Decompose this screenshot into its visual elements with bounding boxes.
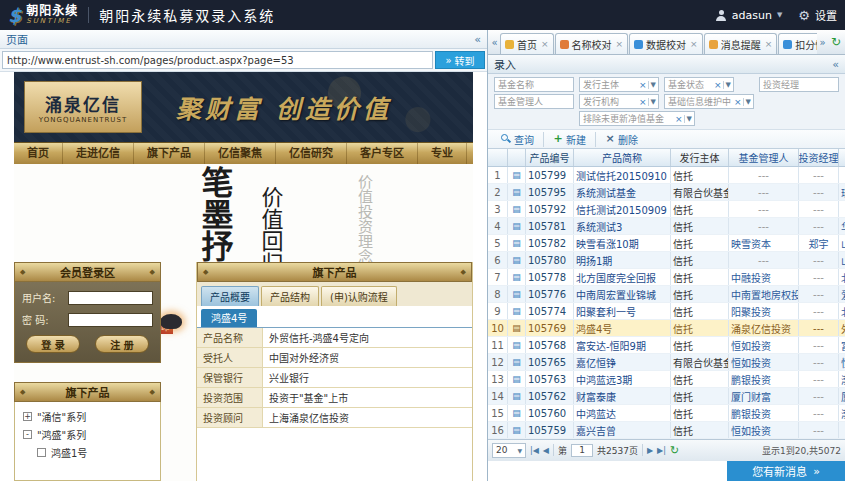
tab[interactable]: 数据校对 × xyxy=(629,33,703,54)
site-register-button[interactable]: 注 册 xyxy=(95,335,149,353)
clear-icon[interactable]: × xyxy=(675,114,683,124)
filter-field[interactable]: 排除未更新净值基金 × ▼ xyxy=(579,111,695,126)
col-header[interactable]: 产品编号 xyxy=(526,149,574,166)
grid-row[interactable]: 7 ▤ 105778 北方国度完全回报 信托 中融投资 --- 北方 xyxy=(488,269,845,286)
tab-close-icon[interactable]: × xyxy=(690,39,698,49)
dropdown-arrow-icon[interactable]: ▼ xyxy=(723,81,731,89)
tab[interactable]: 扣分情况统计 × xyxy=(778,33,817,54)
col-header[interactable]: 发行 xyxy=(839,149,845,166)
last-page-button[interactable]: ▶| xyxy=(657,446,666,455)
edit-row-icon[interactable]: ▤ xyxy=(508,320,526,336)
edit-row-icon[interactable]: ▤ xyxy=(508,269,526,285)
edit-row-icon[interactable]: ▤ xyxy=(508,371,526,387)
product-tab[interactable]: 产品结构 xyxy=(261,286,319,306)
go-button[interactable]: » 转到 xyxy=(435,51,485,69)
edit-row-icon[interactable]: ▤ xyxy=(508,167,526,183)
clear-icon[interactable]: × xyxy=(639,80,647,90)
product-tab[interactable]: (申)认购流程 xyxy=(321,286,397,306)
clear-icon[interactable]: × xyxy=(714,80,722,90)
edit-row-icon[interactable]: ▤ xyxy=(508,201,526,217)
site-nav-item[interactable]: 首页 xyxy=(14,143,63,164)
action-button[interactable]: 查询 xyxy=(492,132,543,147)
action-button[interactable]: 新建 xyxy=(543,132,595,147)
edit-row-icon[interactable]: ▤ xyxy=(508,218,526,234)
edit-row-icon[interactable]: ▤ xyxy=(508,422,526,438)
clear-icon[interactable]: × xyxy=(639,97,647,107)
site-nav-item[interactable]: 客户专区 xyxy=(347,143,418,164)
edit-row-icon[interactable]: ▤ xyxy=(508,388,526,404)
grid-row[interactable]: 9 ▤ 105774 阳聚套利一号 信托 阳聚投资 --- 北方 xyxy=(488,303,845,320)
collapse-left-panel-icon[interactable]: « xyxy=(474,33,481,46)
col-header[interactable]: 发行主体 xyxy=(671,149,729,166)
edit-row-icon[interactable]: ▤ xyxy=(508,252,526,268)
grid-row[interactable]: 14 ▤ 105762 财富泰康 信托 厦门财富 --- 厦门 xyxy=(488,388,845,405)
grid-row[interactable]: 3 ▤ 105792 信托测试20150909 信托 --- --- xyxy=(488,201,845,218)
dropdown-arrow-icon[interactable]: ▼ xyxy=(648,81,656,89)
edit-row-icon[interactable]: ▤ xyxy=(508,184,526,200)
filter-field[interactable]: 基金管理人 xyxy=(494,94,574,109)
settings-button[interactable]: ⚙ 设置 xyxy=(798,7,837,23)
filter-field[interactable]: 基金状态 × ▼ xyxy=(664,77,734,92)
next-page-button[interactable]: ▶ xyxy=(647,446,653,455)
tree-expander-icon[interactable]: + xyxy=(23,412,32,421)
page-number-input[interactable]: 1 xyxy=(571,444,593,457)
collapse-section-icon[interactable]: « xyxy=(832,58,839,71)
grid-row[interactable]: 16 ▤ 105759 嘉兴吉曾 信托 恒如投资 --- xyxy=(488,422,845,439)
tab-close-icon[interactable]: × xyxy=(541,39,549,49)
grid-row[interactable]: 1 ▤ 105799 测试信托20150910 信托 --- --- xyxy=(488,167,845,184)
grid-row[interactable]: 6 ▤ 105780 明扬1期 信托 --- --- 山东 xyxy=(488,252,845,269)
site-nav-item[interactable]: 亿信聚焦 xyxy=(205,143,276,164)
grid-row[interactable]: 4 ▤ 105781 系统测试3 信托 --- --- 华 xyxy=(488,218,845,235)
col-header[interactable]: 投资经理 xyxy=(799,149,839,166)
site-nav-item[interactable]: 亿信研究 xyxy=(276,143,347,164)
site-nav-item[interactable]: 专业 xyxy=(418,143,467,164)
filter-field[interactable]: 投资经理 xyxy=(759,77,839,92)
dropdown-arrow-icon[interactable]: ▼ xyxy=(648,98,656,106)
site-nav-item[interactable]: 旗下产品 xyxy=(134,143,205,164)
tab-close-icon[interactable]: × xyxy=(616,39,624,49)
tree-expander-icon[interactable] xyxy=(37,448,46,457)
grid-row[interactable]: 13 ▤ 105763 中鸿蓝远3期 信托 鹏银投资 --- 渤海 xyxy=(488,371,845,388)
tabs-scroll-left-icon[interactable]: « xyxy=(489,37,500,48)
tab-close-icon[interactable]: × xyxy=(765,39,773,49)
first-page-button[interactable]: |◀ xyxy=(530,446,539,455)
filter-field[interactable]: 基金名称 xyxy=(494,77,574,92)
col-header[interactable]: 基金管理人 xyxy=(729,149,799,166)
filter-field[interactable]: 基础信息维护中 × ▼ xyxy=(664,94,754,109)
filter-field[interactable]: 发行主体 × ▼ xyxy=(579,77,659,92)
edit-row-icon[interactable]: ▤ xyxy=(508,337,526,353)
site-logo[interactable]: 涌泉亿信 YONGQUANENTRUST xyxy=(24,81,142,133)
new-message-button[interactable]: 您有新消息 » xyxy=(727,461,845,481)
filter-field[interactable]: 发行机构 × ▼ xyxy=(579,94,659,109)
tree-item[interactable]: - "鸿盛"系列 xyxy=(19,425,156,443)
grid-row[interactable]: 11 ▤ 105768 富安达-恒阳9期 信托 恒如投资 --- 富安 xyxy=(488,337,845,354)
site-username-input[interactable] xyxy=(68,291,153,305)
dropdown-arrow-icon[interactable]: ▼ xyxy=(684,115,692,123)
tabs-refresh-icon[interactable]: ↻ xyxy=(831,35,841,49)
edit-row-icon[interactable]: ▤ xyxy=(508,405,526,421)
edit-row-icon[interactable]: ▤ xyxy=(508,235,526,251)
grid-row[interactable]: 12 ▤ 105765 嘉亿恒铮 有限合伙基金 恒如投资 --- 恒如 xyxy=(488,354,845,371)
prev-page-button[interactable]: ◀ xyxy=(543,446,549,455)
clear-icon[interactable]: × xyxy=(734,97,742,107)
tabs-scroll-right-icon[interactable]: » xyxy=(817,37,828,48)
action-button[interactable]: 删除 xyxy=(595,132,647,147)
grid-row[interactable]: 2 ▤ 105795 系统测试基金 有限合伙基金 --- --- 瑞银 xyxy=(488,184,845,201)
tree-item[interactable]: 鸿盛1号 xyxy=(19,443,156,461)
grid-row[interactable]: 15 ▤ 105760 中鸿蓝达 信托 鹏银投资 --- 渤 xyxy=(488,405,845,422)
tab[interactable]: 首页 × xyxy=(500,33,554,54)
site-login-button[interactable]: 登 录 xyxy=(26,335,80,353)
grid-row[interactable]: 8 ▤ 105776 中南周宏置业锦城 信托 中南置地房权投资 --- 爱建 xyxy=(488,286,845,303)
tab[interactable]: 名称校对 × xyxy=(555,33,629,54)
grid-row[interactable]: 10 ▤ 105769 鸿盛4号 信托 涌泉亿信投资 --- 外贸 xyxy=(488,320,845,337)
edit-row-icon[interactable]: ▤ xyxy=(508,303,526,319)
product-tab[interactable]: 产品概要 xyxy=(201,286,259,306)
user-menu[interactable]: adasun ▼ xyxy=(716,9,783,22)
dropdown-arrow-icon[interactable]: ▼ xyxy=(743,98,751,106)
site-nav-item[interactable]: 走进亿信 xyxy=(63,143,134,164)
grid-row[interactable]: 5 ▤ 105782 映雪看涨10期 信托 映雪资本 郑宇 山东 xyxy=(488,235,845,252)
tree-item[interactable]: + "涌信"系列 xyxy=(19,407,156,425)
edit-row-icon[interactable]: ▤ xyxy=(508,354,526,370)
col-header[interactable]: 产品简称 xyxy=(574,149,671,166)
refresh-grid-icon[interactable]: ↻ xyxy=(670,444,679,457)
